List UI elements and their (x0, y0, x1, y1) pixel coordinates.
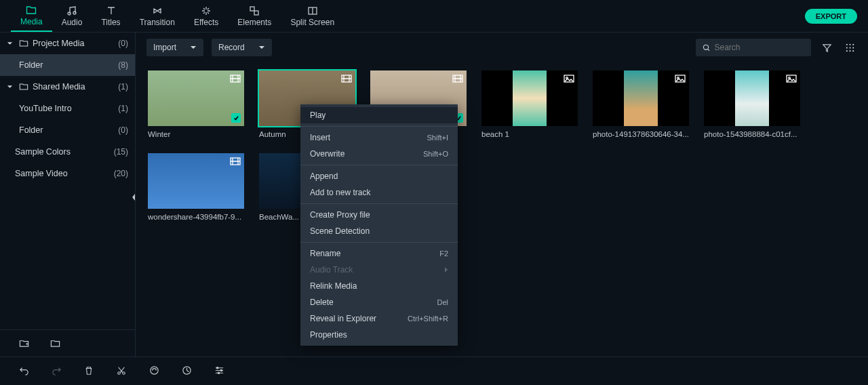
search-field[interactable] (714, 43, 804, 52)
media-clip[interactable]: photo-1491378630646-34... (593, 70, 689, 138)
menu-shortcut: F2 (439, 249, 448, 258)
media-clip[interactable]: wondershare-43994fb7-9... (148, 153, 244, 221)
tab-elements[interactable]: Elements (228, 1, 281, 32)
clip-name: photo-1491378630646-34... (593, 130, 689, 138)
adjust-icon[interactable] (212, 363, 226, 378)
tab-label: Elements (237, 18, 271, 27)
sidebar-item[interactable]: YouTube Intro(1) (0, 98, 135, 119)
delete-icon[interactable] (81, 363, 96, 378)
clip-thumbnail[interactable] (593, 70, 689, 126)
search-icon (703, 43, 710, 52)
menu-shortcut: Shift+I (427, 134, 449, 142)
menu-item[interactable]: Properties (300, 327, 458, 343)
menu-item[interactable]: InsertShift+I (300, 129, 458, 146)
new-folder-icon[interactable] (16, 336, 31, 351)
sidebar-item-count: (15) (114, 147, 128, 157)
menu-item[interactable]: OverwriteShift+O (300, 146, 458, 162)
splitscreen-icon (307, 5, 318, 16)
sidebar-item[interactable]: Project Media(0) (0, 33, 135, 54)
sidebar-item-count: (0) (118, 39, 128, 48)
transition-icon (152, 5, 163, 16)
image-icon (675, 74, 686, 83)
media-clip[interactable]: Winter (148, 70, 244, 138)
svg-point-30 (216, 367, 218, 369)
search-input[interactable] (696, 39, 811, 56)
menu-item[interactable]: Play (300, 107, 458, 123)
tab-label: Split Screen (290, 18, 334, 27)
tab-media[interactable]: Media (11, 1, 52, 32)
import-dropdown[interactable]: Import (146, 39, 203, 56)
svg-point-5 (703, 45, 708, 49)
image-icon (564, 74, 574, 83)
svg-point-14 (852, 50, 854, 52)
menu-item-label: Rename (310, 249, 340, 258)
grid-view-icon[interactable] (842, 40, 857, 55)
menu-item[interactable]: Create Proxy file (300, 207, 458, 223)
sidebar-item-label: Project Media (33, 39, 118, 48)
menu-item[interactable]: Relink Media (300, 278, 458, 294)
tab-titles[interactable]: Titles (92, 1, 130, 32)
svg-point-11 (852, 47, 854, 48)
speed-icon[interactable] (179, 363, 194, 378)
menu-item[interactable]: RenameF2 (300, 245, 458, 262)
menu-item: Audio Track (300, 262, 458, 278)
crop-icon[interactable] (146, 363, 161, 378)
folder-icon (19, 82, 28, 92)
redo-icon[interactable] (49, 363, 64, 378)
sidebar-item[interactable]: Sample Video(20) (0, 163, 135, 184)
clip-thumbnail[interactable] (704, 70, 800, 126)
sidebar-item-label: Folder (19, 125, 118, 135)
tab-transition[interactable]: Transition (130, 1, 184, 32)
tab-effects[interactable]: Effects (184, 1, 228, 32)
menu-item[interactable]: Add to new track (300, 184, 458, 201)
sidebar-item[interactable]: Shared Media(1) (0, 76, 135, 98)
menu-item[interactable]: DeleteDel (300, 294, 458, 310)
media-clip[interactable]: beach 1 (481, 70, 578, 138)
clip-thumbnail[interactable] (148, 70, 244, 126)
svg-point-6 (846, 43, 847, 45)
collapse-sidebar-icon[interactable] (130, 190, 138, 205)
clip-thumbnail[interactable] (148, 153, 244, 209)
media-clip[interactable]: photo-1543988884-c01cf... (704, 70, 800, 138)
svg-point-28 (150, 367, 157, 374)
menu-item-label: Audio Track (310, 265, 353, 275)
tab-label: Media (20, 17, 43, 26)
chevron-down-icon (190, 45, 197, 49)
tab-splitscreen[interactable]: Split Screen (281, 1, 344, 32)
folder-icon[interactable] (47, 336, 62, 351)
menu-separator (300, 165, 458, 165)
menu-item[interactable]: Scene Detection (300, 223, 458, 239)
sidebar-item-label: Folder (19, 60, 118, 70)
record-dropdown[interactable]: Record (212, 39, 272, 56)
undo-icon[interactable] (16, 363, 31, 378)
menu-item-label: Relink Media (310, 281, 357, 291)
clip-thumbnail[interactable] (481, 70, 578, 126)
svg-point-1 (73, 12, 76, 14)
sidebar-item[interactable]: Sample Colors(15) (0, 141, 135, 163)
text-icon (106, 5, 117, 16)
filter-icon[interactable] (819, 40, 834, 55)
sidebar-item-count: (1) (118, 104, 128, 113)
clip-name: beach 1 (481, 130, 578, 138)
chevron-down-icon (7, 85, 15, 89)
sidebar-item-count: (1) (118, 82, 128, 92)
sidebar-item-count: (0) (118, 125, 128, 135)
sidebar-item-label: Sample Video (15, 169, 114, 178)
tab-audio[interactable]: Audio (52, 1, 92, 32)
menu-item-label: Overwrite (310, 149, 344, 159)
menu-separator (300, 203, 458, 204)
video-icon (452, 74, 463, 83)
menu-shortcut: Ctrl+Shift+R (408, 315, 448, 323)
sidebar-item[interactable]: Folder(0) (0, 119, 135, 141)
menu-item[interactable]: Append (300, 168, 458, 184)
tab-label: Effects (194, 18, 218, 27)
export-button[interactable]: EXPORT (805, 9, 857, 24)
menu-item[interactable]: Reveal in ExplorerCtrl+Shift+R (300, 310, 458, 327)
menu-item-label: Append (310, 171, 338, 181)
media-grid: WinterAutumnbeach 1photo-1491378630646-3… (136, 62, 868, 229)
video-icon (341, 74, 352, 83)
top-tab-bar: Media Audio Titles Transition Effects El… (0, 0, 868, 33)
svg-point-32 (218, 372, 219, 373)
cut-icon[interactable] (114, 363, 129, 378)
sidebar-item[interactable]: Folder(8) (0, 54, 135, 76)
